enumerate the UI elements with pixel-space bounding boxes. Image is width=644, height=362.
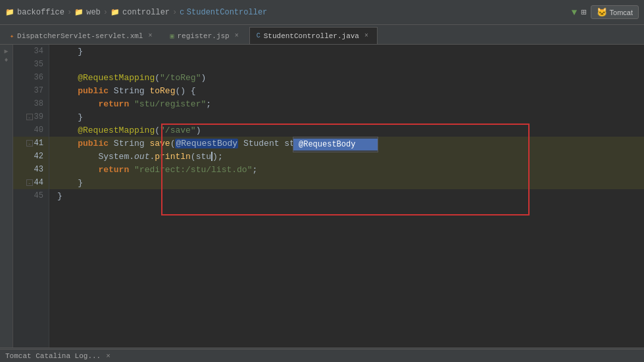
code-editor[interactable]: } @RequestMapping("/toReg") public Strin… [49, 45, 644, 348]
tab-dispatcher-servlet[interactable]: ✦ DispatcherServlet-servlet.xml × [3, 27, 161, 44]
code-line-37: public String toReg() { [49, 84, 644, 97]
code-line-35 [49, 58, 644, 71]
request-body-highlight: @RequestBody [175, 139, 238, 148]
line-40: 40 [13, 124, 49, 137]
code-line-45: } [49, 189, 644, 202]
tab-student-controller[interactable]: C StudentController.java × [249, 27, 378, 44]
line-38: 38 [13, 97, 49, 110]
code-line-39: } [49, 110, 644, 124]
code-line-34: } [49, 45, 644, 58]
tomcat-button[interactable]: 🐱 Tomcat [591, 5, 639, 19]
line-44: - 44 [13, 176, 49, 189]
java-file-icon: C [180, 9, 184, 16]
bottom-log-bar: Tomcat Catalina Log... × [0, 349, 644, 362]
breadcrumb-controller[interactable]: controller [122, 8, 170, 17]
line-39: - 39 [13, 110, 49, 124]
tab-register-jsp[interactable]: ▣ register.jsp × [162, 27, 247, 44]
jsp-icon: ▣ [170, 32, 174, 40]
autocomplete-popup[interactable]: @RequestBody [293, 137, 378, 152]
xml-icon: ✦ [10, 32, 14, 40]
tab-bar: ✦ DispatcherServlet-servlet.xml × ▣ regi… [0, 25, 644, 45]
code-line-36: @RequestMapping("/toReg") [49, 71, 644, 84]
top-bar: 📁 backoffice › 📁 web › 📁 controller › C … [0, 0, 644, 25]
line-37: 37 [13, 84, 49, 97]
run-down-icon[interactable]: ▼ [572, 7, 577, 18]
sidebar-run-icon[interactable]: ▶ [4, 47, 8, 55]
log-close[interactable]: × [106, 352, 111, 360]
tab-close-dispatcher[interactable]: × [146, 32, 154, 40]
breadcrumb-class[interactable]: StudentController [187, 8, 267, 17]
breadcrumb-backoffice[interactable]: backoffice [17, 8, 64, 17]
code-line-44: } [49, 176, 644, 189]
editor-main: ▶ ♦ 34 35 36 37 38 - 39 40 - 41 42 43 - … [0, 45, 644, 348]
tab-close-student[interactable]: × [362, 32, 370, 40]
code-line-38: return "stu/register"; [49, 97, 644, 110]
breadcrumb-web[interactable]: web [86, 8, 101, 17]
line-43: 43 [13, 163, 49, 176]
line-45: 45 [13, 189, 49, 202]
fold-marker-41[interactable]: - [26, 140, 33, 147]
code-line-40: @RequestMapping("/save") [49, 124, 644, 137]
left-sidebar: ▶ ♦ [0, 45, 13, 348]
line-34: 34 [13, 45, 49, 58]
line-36: 36 [13, 71, 49, 84]
sidebar-bookmark-icon[interactable]: ♦ [4, 57, 8, 64]
autocomplete-item-requestbody[interactable]: @RequestBody [293, 139, 378, 150]
tab-close-register[interactable]: × [233, 32, 241, 40]
folder-icon-web: 📁 [74, 8, 84, 16]
log-label[interactable]: Tomcat Catalina Log... [5, 352, 101, 360]
layout-icon[interactable]: ⊞ [581, 7, 586, 18]
line-42: 42 [13, 150, 49, 163]
line-number-gutter: 34 35 36 37 38 - 39 40 - 41 42 43 - 44 4… [13, 45, 49, 348]
tab-student-label: StudentController.java [264, 32, 359, 40]
fold-marker-44[interactable]: - [26, 179, 33, 186]
top-bar-right: ▼ ⊞ 🐱 Tomcat [572, 5, 639, 19]
line-35: 35 [13, 58, 49, 71]
line-41: - 41 [13, 137, 49, 150]
tomcat-icon: 🐱 [597, 7, 607, 17]
tab-register-label: register.jsp [178, 32, 230, 40]
breadcrumb: 📁 backoffice › 📁 web › 📁 controller › C … [5, 8, 572, 17]
folder-icon-controller: 📁 [111, 8, 120, 16]
fold-marker-39[interactable]: - [26, 114, 33, 120]
tab-dispatcher-label: DispatcherServlet-servlet.xml [17, 32, 143, 40]
java-icon: C [257, 32, 260, 39]
tomcat-label: Tomcat [610, 9, 633, 16]
folder-icon: 📁 [5, 8, 14, 16]
code-line-43: return "redirect:/stu/list.do"; [49, 163, 644, 176]
